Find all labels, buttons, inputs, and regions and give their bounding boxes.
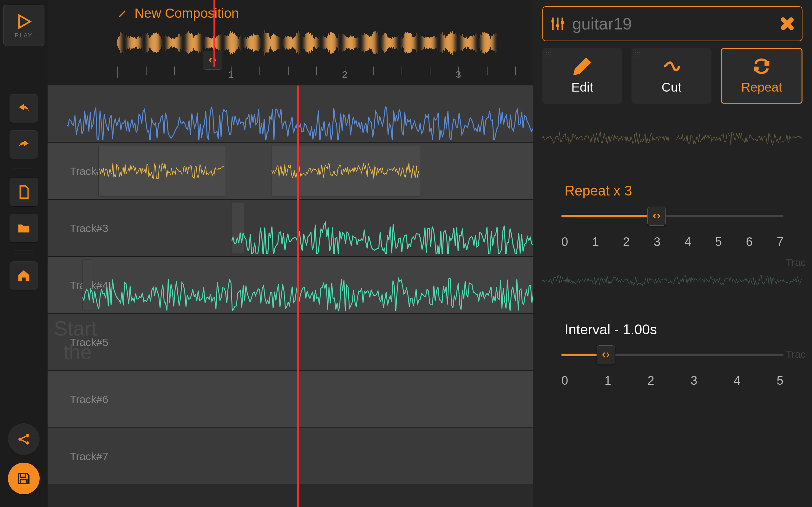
repeat-slider[interactable] bbox=[561, 207, 783, 226]
playhead[interactable] bbox=[297, 86, 299, 507]
slider-ticks: 012345 bbox=[561, 374, 783, 388]
interval-slider[interactable] bbox=[561, 345, 783, 364]
svg-rect-403 bbox=[552, 20, 554, 22]
panel-header: guitar19 bbox=[542, 6, 803, 41]
play-label: PLAY bbox=[7, 32, 41, 39]
play-button[interactable]: PLAY bbox=[3, 5, 44, 46]
share-icon bbox=[16, 432, 32, 447]
close-icon bbox=[780, 17, 794, 31]
slider-fill bbox=[561, 215, 657, 217]
slider-thumb[interactable] bbox=[647, 207, 666, 226]
interval-label: Interval - 1.00s bbox=[561, 322, 783, 337]
audio-clip[interactable] bbox=[98, 145, 225, 197]
undo-icon bbox=[16, 101, 31, 116]
cut-icon bbox=[663, 57, 680, 75]
share-button[interactable] bbox=[8, 424, 40, 455]
track-label: Track#7 bbox=[70, 450, 108, 462]
svg-rect-405 bbox=[561, 21, 564, 24]
pencil-icon bbox=[573, 57, 591, 75]
repeat-tab[interactable]: Repeat bbox=[721, 48, 803, 104]
play-icon bbox=[14, 12, 33, 31]
interval-section: Interval - 1.00s 012345 bbox=[542, 322, 803, 388]
save-icon bbox=[16, 471, 32, 486]
undo-button[interactable] bbox=[9, 94, 38, 123]
ghost-track-label: Trac bbox=[786, 257, 806, 268]
audio-clip[interactable] bbox=[271, 145, 420, 197]
seek-icon bbox=[601, 350, 610, 359]
cut-tab[interactable]: Cut bbox=[631, 48, 711, 104]
rail-divider bbox=[14, 165, 33, 171]
repeat-section: Repeat x 3 01234567 bbox=[542, 183, 803, 249]
save-button[interactable] bbox=[8, 463, 40, 494]
track-label: Track#3 bbox=[70, 222, 108, 234]
svg-rect-404 bbox=[556, 24, 559, 27]
pencil-icon bbox=[117, 8, 128, 19]
close-button[interactable] bbox=[779, 15, 796, 32]
left-toolbar: PLAY bbox=[0, 0, 48, 507]
file-icon bbox=[16, 185, 31, 199]
clip-editor-panel: guitar19 Edit Cut Repeat bbox=[533, 0, 812, 507]
eq-icon[interactable] bbox=[549, 15, 566, 32]
new-file-button[interactable] bbox=[9, 178, 38, 206]
track-label: Track#6 bbox=[70, 393, 108, 405]
clip-name[interactable]: guitar19 bbox=[572, 14, 773, 33]
repeat-tab-label: Repeat bbox=[741, 80, 782, 95]
redo-icon bbox=[16, 137, 31, 152]
edit-tab-label: Edit bbox=[571, 80, 593, 95]
interval-preview bbox=[542, 265, 803, 296]
onboarding-hint: Start the bbox=[54, 317, 97, 364]
grip-icon bbox=[635, 51, 641, 58]
grip-icon bbox=[725, 52, 731, 59]
panel-action-row: Edit Cut Repeat bbox=[542, 48, 803, 104]
master-waveform[interactable] bbox=[117, 22, 498, 63]
repeat-icon bbox=[753, 57, 770, 75]
repeat-preview bbox=[542, 119, 803, 158]
rail-divider bbox=[14, 249, 33, 255]
composition-title-text: New Composition bbox=[135, 6, 239, 21]
repeat-label: Repeat x 3 bbox=[561, 183, 783, 199]
redo-button[interactable] bbox=[9, 130, 38, 159]
grip-icon bbox=[546, 51, 552, 58]
open-folder-button[interactable] bbox=[9, 214, 38, 242]
seek-icon bbox=[208, 56, 217, 65]
minimap-playhead-line bbox=[213, 0, 215, 67]
cut-tab-label: Cut bbox=[662, 80, 681, 95]
edit-tab[interactable]: Edit bbox=[542, 48, 622, 104]
seek-icon bbox=[652, 212, 661, 221]
folder-icon bbox=[16, 221, 31, 235]
composition-title[interactable]: New Composition bbox=[117, 6, 239, 21]
home-button[interactable] bbox=[9, 262, 38, 290]
slider-ticks: 01234567 bbox=[561, 235, 783, 249]
slider-thumb[interactable] bbox=[597, 345, 615, 364]
minimap-playhead[interactable] bbox=[203, 51, 222, 70]
home-icon bbox=[16, 268, 31, 283]
ghost-track-label: Trac bbox=[786, 349, 806, 360]
